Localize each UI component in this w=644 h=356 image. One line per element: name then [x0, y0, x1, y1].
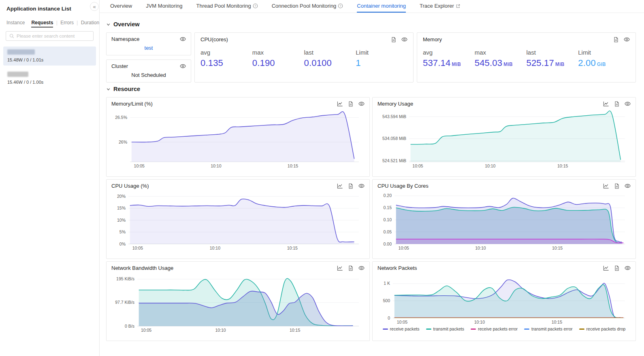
line-chart-icon[interactable] — [337, 265, 343, 271]
document-icon[interactable] — [391, 36, 397, 42]
instance-list-item[interactable]: 15.48W / 0 / 1.01s — [3, 47, 96, 66]
eye-icon[interactable] — [180, 63, 186, 69]
document-icon[interactable] — [614, 101, 620, 107]
cpu-avg-metric: avg 0.135 — [200, 49, 252, 68]
svg-text:1 K: 1 K — [384, 281, 390, 286]
help-circle-icon[interactable]: ? — [338, 3, 343, 8]
memory-limit-chart-card: Memory/Limit (%) 26.5%26%10:0510:1010:15 — [106, 97, 370, 177]
tab-separator: | — [77, 20, 78, 25]
line-chart-icon[interactable] — [603, 265, 609, 271]
line-chart-icon[interactable] — [337, 101, 343, 107]
metric-unit: GiB — [597, 61, 606, 67]
eye-icon[interactable] — [358, 183, 365, 189]
svg-text:534.058 MiB: 534.058 MiB — [382, 136, 406, 141]
chart-title: CPU Usage (%) — [111, 183, 149, 189]
memory-avg-metric: avg 537.14MiB — [423, 49, 475, 68]
main-area: Overview JVM Monitoring Thread Pool Moni… — [100, 0, 644, 356]
namespace-card-title: Namespace — [111, 36, 139, 42]
metric-unit: MiB — [503, 61, 513, 67]
eye-icon[interactable] — [358, 265, 365, 271]
chevron-down-icon — [106, 87, 111, 91]
help-circle-icon[interactable]: ? — [253, 3, 258, 8]
svg-text:0: 0 — [388, 316, 390, 320]
legend-marker-icon — [471, 328, 476, 330]
svg-text:20%: 20% — [117, 194, 126, 199]
cpu-cores-card-title: CPU(cores) — [200, 36, 228, 42]
tab-thread-pool-monitoring[interactable]: Thread Pool Monitoring ? — [196, 0, 258, 13]
resource-section-header[interactable]: Resource — [106, 86, 636, 92]
svg-text:10%: 10% — [117, 218, 126, 222]
chart-title: Memory Usage — [377, 101, 413, 107]
network-packets-chart[interactable]: 1 K500010:0510:1010:15 — [377, 272, 631, 325]
legend-item[interactable]: receive packets drop — [579, 326, 626, 331]
svg-text:10:15: 10:15 — [557, 163, 568, 168]
legend-item[interactable]: receive packets error — [471, 326, 518, 331]
content-area: Overview Namespace test Cluster — [100, 13, 644, 356]
svg-text:10:05: 10:05 — [397, 320, 407, 324]
overview-section-header[interactable]: Overview — [106, 21, 636, 28]
search-input[interactable] — [17, 34, 90, 38]
cpu-usage-by-cores-chart[interactable]: 0.200.150.100.050.0010:0510:1010:15 — [377, 190, 631, 251]
line-chart-icon[interactable] — [337, 183, 343, 189]
cpu-last-metric: last 0.0100 — [304, 49, 356, 68]
tab-errors[interactable]: Errors — [60, 20, 74, 25]
sidebar: Application instance List « Instance Req… — [0, 0, 100, 356]
svg-text:15%: 15% — [117, 206, 126, 210]
svg-text:10:15: 10:15 — [290, 328, 300, 333]
line-chart-icon[interactable] — [603, 101, 609, 107]
eye-icon[interactable] — [624, 36, 630, 42]
tab-requests[interactable]: Requests — [31, 20, 53, 28]
metric-value: 0.0100 — [304, 58, 332, 68]
legend-marker-icon — [426, 328, 431, 330]
svg-text:?: ? — [254, 4, 256, 8]
tab-container-monitoring[interactable]: Container monitoring — [357, 0, 406, 13]
metric-value: 0.135 — [200, 58, 223, 68]
cluster-value: Not Scheduled — [111, 72, 186, 78]
svg-text:10:10: 10:10 — [210, 246, 220, 250]
network-bandwidth-chart-card: Network Bandwidth Usage 195 KiB/s97.7 Ki… — [106, 261, 370, 341]
network-bandwidth-chart[interactable]: 195 KiB/s97.7 KiB/s0 B/s10:0510:1010:15 — [111, 272, 365, 333]
memory-usage-chart[interactable]: 543.594 MiB534.058 MiB524.521 MiB10:0510… — [377, 108, 631, 169]
svg-text:500: 500 — [383, 298, 390, 303]
svg-text:10:10: 10:10 — [485, 163, 495, 168]
namespace-value[interactable]: test — [111, 45, 186, 51]
tab-trace-explorer[interactable]: Trace Explorer — [420, 0, 461, 13]
tab-duration[interactable]: Duration — [81, 20, 99, 25]
eye-icon[interactable] — [358, 101, 365, 107]
svg-text:10:15: 10:15 — [552, 320, 562, 324]
legend-item[interactable]: transmit packets — [426, 326, 464, 331]
cpu-cores-card: CPU(cores) avg 0.135 max 0. — [194, 32, 414, 83]
document-icon[interactable] — [348, 183, 354, 189]
document-icon[interactable] — [613, 36, 619, 42]
tab-connection-pool-monitoring[interactable]: Connection Pool Monitoring ? — [272, 0, 343, 13]
legend-item[interactable]: receive packets — [383, 326, 420, 331]
svg-text:0%: 0% — [119, 242, 126, 246]
line-chart-icon[interactable] — [603, 183, 609, 189]
tab-instance[interactable]: Instance — [6, 20, 25, 25]
instance-stats: 15.46W / 0 / 1.00s — [7, 80, 92, 85]
tab-jvm-monitoring[interactable]: JVM Monitoring — [146, 0, 182, 13]
document-icon[interactable] — [614, 265, 620, 271]
tab-overview[interactable]: Overview — [110, 0, 132, 13]
cpu-limit-metric: Limit 1 — [356, 49, 407, 68]
overview-section-title: Overview — [113, 21, 140, 28]
collapse-sidebar-button[interactable]: « — [90, 2, 99, 11]
svg-text:97.7 KiB/s: 97.7 KiB/s — [115, 300, 134, 305]
svg-text:10:10: 10:10 — [211, 163, 221, 168]
memory-limit-chart[interactable]: 26.5%26%10:0510:1010:15 — [111, 108, 365, 169]
document-icon[interactable] — [614, 183, 620, 189]
instance-stats: 15.48W / 0 / 1.01s — [7, 57, 92, 62]
document-icon[interactable] — [348, 101, 354, 107]
legend-item[interactable]: transmit packets error — [524, 326, 573, 331]
memory-card-title: Memory — [423, 36, 442, 42]
svg-text:10:15: 10:15 — [287, 246, 298, 250]
instance-list-item[interactable]: 15.46W / 0 / 1.00s — [3, 69, 96, 88]
document-icon[interactable] — [348, 265, 354, 271]
eye-icon[interactable] — [401, 36, 407, 42]
svg-text:26%: 26% — [119, 140, 127, 144]
eye-icon[interactable] — [625, 265, 631, 271]
eye-icon[interactable] — [180, 36, 186, 42]
cpu-usage-chart[interactable]: 20%15%10%5%0%10:0510:1010:15 — [111, 190, 365, 251]
eye-icon[interactable] — [625, 101, 631, 107]
eye-icon[interactable] — [625, 183, 631, 189]
